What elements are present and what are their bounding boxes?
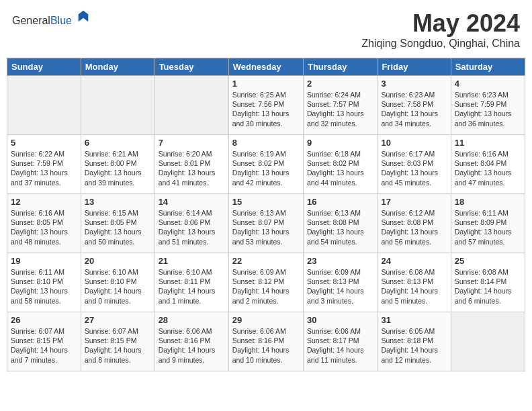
day-number: 22 (232, 256, 300, 266)
day-info: Sunrise: 6:17 AMSunset: 8:03 PMDaylight:… (381, 149, 447, 187)
logo: GeneralBlue (12, 9, 91, 27)
calendar-cell: 5Sunrise: 6:22 AMSunset: 7:59 PMDaylight… (7, 135, 81, 194)
calendar-cell: 6Sunrise: 6:21 AMSunset: 8:00 PMDaylight… (81, 135, 154, 194)
day-info: Sunrise: 6:11 AMSunset: 8:09 PMDaylight:… (455, 208, 521, 246)
day-info: Sunrise: 6:10 AMSunset: 8:10 PMDaylight:… (85, 267, 151, 306)
calendar-cell: 8Sunrise: 6:19 AMSunset: 8:02 PMDaylight… (228, 135, 303, 194)
calendar-cell: 24Sunrise: 6:08 AMSunset: 8:13 PMDayligh… (378, 253, 451, 312)
day-number: 14 (159, 197, 225, 207)
calendar-cell (81, 76, 154, 135)
calendar-cell: 30Sunrise: 6:06 AMSunset: 8:17 PMDayligh… (303, 312, 377, 371)
day-info: Sunrise: 6:25 AMSunset: 7:56 PMDaylight:… (232, 90, 300, 128)
day-info: Sunrise: 6:09 AMSunset: 8:12 PMDaylight:… (232, 267, 300, 306)
weekday-header-monday: Monday (81, 58, 154, 76)
day-info: Sunrise: 6:06 AMSunset: 8:16 PMDaylight:… (232, 326, 300, 365)
day-number: 20 (85, 256, 151, 266)
day-info: Sunrise: 6:18 AMSunset: 8:02 PMDaylight:… (307, 149, 373, 187)
location-title: Zhiqing Songduo, Qinghai, China (361, 38, 520, 50)
calendar-cell: 14Sunrise: 6:14 AMSunset: 8:06 PMDayligh… (154, 194, 228, 253)
day-info: Sunrise: 6:13 AMSunset: 8:07 PMDaylight:… (232, 208, 300, 246)
day-info: Sunrise: 6:24 AMSunset: 7:57 PMDaylight:… (307, 90, 373, 128)
day-number: 7 (159, 138, 225, 148)
day-info: Sunrise: 6:21 AMSunset: 8:00 PMDaylight:… (85, 149, 151, 187)
calendar-cell: 2Sunrise: 6:24 AMSunset: 7:57 PMDaylight… (303, 76, 377, 135)
day-number: 16 (307, 197, 373, 207)
day-number: 18 (455, 197, 521, 207)
day-number: 28 (159, 315, 225, 325)
calendar-cell: 15Sunrise: 6:13 AMSunset: 8:07 PMDayligh… (228, 194, 303, 253)
logo-icon (76, 9, 91, 24)
calendar-cell: 10Sunrise: 6:17 AMSunset: 8:03 PMDayligh… (378, 135, 451, 194)
month-title: May 2024 (361, 9, 520, 38)
day-info: Sunrise: 6:23 AMSunset: 7:58 PMDaylight:… (381, 90, 447, 128)
day-info: Sunrise: 6:23 AMSunset: 7:59 PMDaylight:… (455, 90, 521, 128)
day-number: 23 (307, 256, 373, 266)
calendar-cell: 20Sunrise: 6:10 AMSunset: 8:10 PMDayligh… (81, 253, 154, 312)
weekday-header-tuesday: Tuesday (154, 58, 228, 76)
logo-general: General (12, 15, 50, 26)
calendar-cell: 12Sunrise: 6:16 AMSunset: 8:05 PMDayligh… (7, 194, 81, 253)
calendar-cell: 27Sunrise: 6:07 AMSunset: 8:15 PMDayligh… (81, 312, 154, 371)
day-info: Sunrise: 6:08 AMSunset: 8:14 PMDaylight:… (455, 267, 521, 306)
day-number: 15 (232, 197, 300, 207)
day-info: Sunrise: 6:14 AMSunset: 8:06 PMDaylight:… (159, 208, 225, 246)
weekday-header-thursday: Thursday (303, 58, 377, 76)
calendar-cell (7, 76, 81, 135)
calendar-week-row: 5Sunrise: 6:22 AMSunset: 7:59 PMDaylight… (7, 135, 525, 194)
calendar-cell: 23Sunrise: 6:09 AMSunset: 8:13 PMDayligh… (303, 253, 377, 312)
day-number: 24 (381, 256, 447, 266)
title-block: May 2024 Zhiqing Songduo, Qinghai, China (361, 9, 520, 50)
day-number: 27 (85, 315, 151, 325)
day-number: 3 (381, 79, 447, 89)
calendar-cell: 28Sunrise: 6:06 AMSunset: 8:16 PMDayligh… (154, 312, 228, 371)
day-number: 8 (232, 138, 300, 148)
day-info: Sunrise: 6:13 AMSunset: 8:08 PMDaylight:… (307, 208, 373, 246)
day-number: 25 (455, 256, 521, 266)
logo-blue: Blue (50, 15, 72, 26)
day-info: Sunrise: 6:20 AMSunset: 8:01 PMDaylight:… (159, 149, 225, 187)
day-number: 1 (232, 79, 300, 89)
day-info: Sunrise: 6:11 AMSunset: 8:10 PMDaylight:… (11, 267, 77, 306)
day-number: 21 (159, 256, 225, 266)
day-info: Sunrise: 6:10 AMSunset: 8:11 PMDaylight:… (159, 267, 225, 306)
day-info: Sunrise: 6:06 AMSunset: 8:16 PMDaylight:… (159, 326, 225, 365)
day-number: 31 (381, 315, 447, 325)
day-info: Sunrise: 6:16 AMSunset: 8:05 PMDaylight:… (11, 208, 77, 246)
calendar-cell: 16Sunrise: 6:13 AMSunset: 8:08 PMDayligh… (303, 194, 377, 253)
day-info: Sunrise: 6:05 AMSunset: 8:18 PMDaylight:… (381, 326, 447, 365)
weekday-header-saturday: Saturday (451, 58, 525, 76)
calendar-table: SundayMondayTuesdayWednesdayThursdayFrid… (7, 58, 525, 371)
calendar-cell: 17Sunrise: 6:12 AMSunset: 8:08 PMDayligh… (378, 194, 451, 253)
day-number: 9 (307, 138, 373, 148)
day-number: 5 (11, 138, 77, 148)
calendar-header-row: SundayMondayTuesdayWednesdayThursdayFrid… (7, 58, 525, 76)
day-number: 30 (307, 315, 373, 325)
day-info: Sunrise: 6:15 AMSunset: 8:05 PMDaylight:… (85, 208, 151, 246)
day-info: Sunrise: 6:07 AMSunset: 8:15 PMDaylight:… (85, 326, 151, 365)
logo-text: GeneralBlue (12, 9, 91, 27)
calendar-cell: 22Sunrise: 6:09 AMSunset: 8:12 PMDayligh… (228, 253, 303, 312)
day-info: Sunrise: 6:07 AMSunset: 8:15 PMDaylight:… (11, 326, 77, 365)
day-number: 11 (455, 138, 521, 148)
calendar-cell: 29Sunrise: 6:06 AMSunset: 8:16 PMDayligh… (228, 312, 303, 371)
day-info: Sunrise: 6:09 AMSunset: 8:13 PMDaylight:… (307, 267, 373, 306)
calendar-cell: 26Sunrise: 6:07 AMSunset: 8:15 PMDayligh… (7, 312, 81, 371)
calendar-cell: 25Sunrise: 6:08 AMSunset: 8:14 PMDayligh… (451, 253, 525, 312)
day-info: Sunrise: 6:16 AMSunset: 8:04 PMDaylight:… (455, 149, 521, 187)
day-info: Sunrise: 6:19 AMSunset: 8:02 PMDaylight:… (232, 149, 300, 187)
weekday-header-wednesday: Wednesday (228, 58, 303, 76)
day-number: 2 (307, 79, 373, 89)
page-header: GeneralBlue May 2024 Zhiqing Songduo, Qi… (7, 7, 525, 52)
calendar-cell: 21Sunrise: 6:10 AMSunset: 8:11 PMDayligh… (154, 253, 228, 312)
day-number: 13 (85, 197, 151, 207)
calendar-week-row: 12Sunrise: 6:16 AMSunset: 8:05 PMDayligh… (7, 194, 525, 253)
calendar-cell: 3Sunrise: 6:23 AMSunset: 7:58 PMDaylight… (378, 76, 451, 135)
calendar-week-row: 1Sunrise: 6:25 AMSunset: 7:56 PMDaylight… (7, 76, 525, 135)
calendar-week-row: 19Sunrise: 6:11 AMSunset: 8:10 PMDayligh… (7, 253, 525, 312)
calendar-cell: 31Sunrise: 6:05 AMSunset: 8:18 PMDayligh… (378, 312, 451, 371)
weekday-header-sunday: Sunday (7, 58, 81, 76)
calendar-cell (154, 76, 228, 135)
day-number: 17 (381, 197, 447, 207)
calendar-cell: 19Sunrise: 6:11 AMSunset: 8:10 PMDayligh… (7, 253, 81, 312)
calendar-cell: 18Sunrise: 6:11 AMSunset: 8:09 PMDayligh… (451, 194, 525, 253)
